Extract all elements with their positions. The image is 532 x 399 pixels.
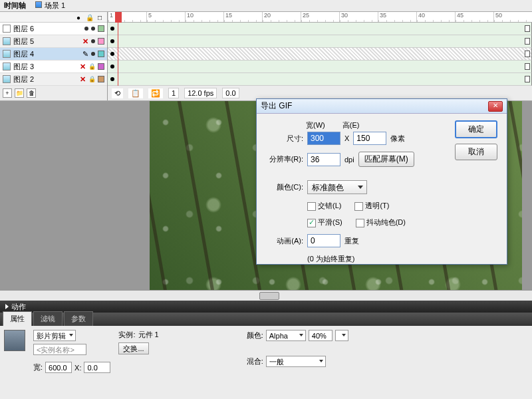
add-folder-icon[interactable]: 📁 — [15, 88, 24, 98]
color-swatch — [98, 25, 104, 32]
fps-display: 12.0 fps — [184, 88, 217, 98]
color-combo[interactable]: 标准颜色 — [307, 180, 367, 194]
actions-label: 动作 — [11, 302, 26, 312]
x-icon: ✕ — [79, 63, 86, 71]
x-separator: X — [344, 134, 349, 142]
layer-name: 图层 4 — [13, 49, 79, 59]
h-scrollbar[interactable] — [0, 290, 532, 301]
tab-params[interactable]: 参数 — [64, 311, 93, 326]
instance-label: 实例: — [118, 330, 135, 340]
x-icon: ✕ — [79, 75, 86, 84]
lock-icon: 🔒 — [88, 63, 95, 70]
dpi-label: dpi — [344, 156, 354, 164]
scene-label[interactable]: 场景 1 — [35, 1, 65, 11]
triangle-icon — [5, 304, 9, 309]
layer-row[interactable]: 图层 5 ✕ — [0, 35, 107, 48]
tab-properties[interactable]: 属性 — [3, 311, 32, 326]
layer-tools: + 📁 🗑 — [0, 86, 107, 100]
layer-row[interactable]: 图层 2 ✕🔒 — [0, 73, 107, 86]
frame-row[interactable] — [108, 35, 532, 48]
blend-label: 混合: — [247, 356, 263, 366]
color-swatch — [98, 63, 104, 70]
hint-text: (0 为始终重复) — [307, 254, 355, 264]
width-input[interactable] — [307, 132, 340, 145]
layer-header: ● 🔒 □ — [0, 12, 107, 23]
swap-button[interactable]: 交换... — [118, 342, 148, 354]
ruler-mark: 35 — [378, 12, 416, 22]
transparent-checkbox[interactable] — [354, 202, 363, 211]
match-screen-button[interactable]: 匹配屏幕(M) — [358, 152, 414, 167]
width-field[interactable]: 600.0 — [45, 362, 72, 373]
frame-row[interactable] — [108, 61, 532, 73]
blend-combo[interactable]: 一般 — [266, 356, 326, 367]
x-label: X: — [74, 364, 81, 372]
instance-type-combo[interactable]: 影片剪辑 — [33, 330, 76, 341]
color-label: 颜色(C): — [266, 182, 303, 192]
tab-filters[interactable]: 滤镜 — [33, 311, 63, 326]
pencil-icon: ✎ — [82, 50, 88, 59]
movieclip-icon — [3, 37, 11, 45]
movieclip-icon — [3, 50, 11, 58]
alpha-stepper[interactable] — [335, 330, 348, 341]
color-swatch — [98, 76, 104, 82]
movieclip-icon — [3, 75, 11, 83]
eye-icon[interactable]: ● — [75, 14, 82, 21]
ruler-mark: 5 — [146, 12, 185, 22]
current-frame: 1 — [168, 88, 179, 98]
lock-icon: 🔒 — [88, 76, 95, 82]
ruler-mark: 15 — [223, 12, 262, 22]
ruler-mark: 25 — [301, 12, 339, 22]
ok-button[interactable]: 确定 — [455, 120, 497, 138]
ruler-mark: 1 — [108, 12, 146, 22]
layer-row[interactable]: 图层 4 ✎ — [0, 48, 107, 61]
layer-row[interactable]: 图层 6 — [0, 23, 107, 35]
playhead[interactable] — [115, 12, 122, 23]
animation-input[interactable] — [307, 234, 340, 247]
frame-row[interactable] — [108, 73, 532, 86]
outline-icon[interactable]: □ — [96, 14, 103, 21]
dot-icon — [91, 52, 95, 56]
color-label: 颜色: — [247, 331, 263, 340]
height-input[interactable] — [353, 132, 386, 145]
frame-row[interactable] — [108, 23, 532, 35]
dot-icon — [91, 39, 95, 43]
dither-checkbox[interactable] — [356, 219, 364, 227]
resolution-input[interactable] — [307, 153, 340, 166]
timeline-ruler[interactable]: 1 5 10 15 20 25 30 35 40 45 50 — [108, 12, 532, 23]
add-layer-icon[interactable]: + — [3, 88, 12, 98]
animation-label: 动画(A): — [266, 236, 303, 246]
color-swatch — [98, 38, 104, 45]
timeline-tab[interactable]: 时间轴 — [4, 1, 26, 11]
instance-name-field[interactable]: <实例名称> — [33, 344, 86, 355]
frame-row[interactable] — [108, 48, 532, 61]
x-field[interactable]: 0.0 — [84, 362, 110, 373]
scrollbar-thumb[interactable] — [259, 292, 279, 300]
delete-layer-icon[interactable]: 🗑 — [27, 88, 36, 98]
instance-value: 元件 1 — [138, 330, 159, 340]
interlace-checkbox[interactable] — [307, 202, 316, 211]
ruler-mark: 45 — [455, 12, 493, 22]
time-display: 0.0 — [222, 88, 239, 98]
layer-name: 图层 6 — [13, 24, 82, 34]
layer-row[interactable]: 图层 3 ✕🔒 — [0, 61, 107, 73]
smooth-checkbox[interactable] — [307, 219, 316, 227]
height-header: 高(E) — [342, 120, 360, 130]
cancel-button[interactable]: 取消 — [455, 144, 497, 160]
lock-icon[interactable]: 🔒 — [86, 14, 92, 21]
repeat-label: 重复 — [344, 236, 359, 246]
width-header: 宽(W) — [306, 120, 325, 130]
properties-panel: 影片剪辑 <实例名称> 宽: 600.0 X: 0.0 实例:元件 1 交换..… — [0, 326, 532, 382]
close-icon[interactable]: ✕ — [488, 101, 503, 112]
movieclip-icon — [3, 63, 11, 70]
color-swatch — [98, 51, 104, 57]
dot-icon — [84, 27, 88, 31]
alpha-field[interactable]: 40% — [309, 330, 332, 341]
layer-name: 图层 2 — [13, 74, 76, 84]
ruler-mark: 10 — [185, 12, 223, 22]
color-effect-combo[interactable]: Alpha — [266, 330, 306, 341]
ruler-mark: 20 — [262, 12, 301, 22]
dot-icon — [91, 27, 95, 31]
x-icon: ✕ — [82, 37, 88, 46]
ruler-mark: 50 — [493, 12, 532, 22]
px-label: 像素 — [390, 134, 405, 144]
